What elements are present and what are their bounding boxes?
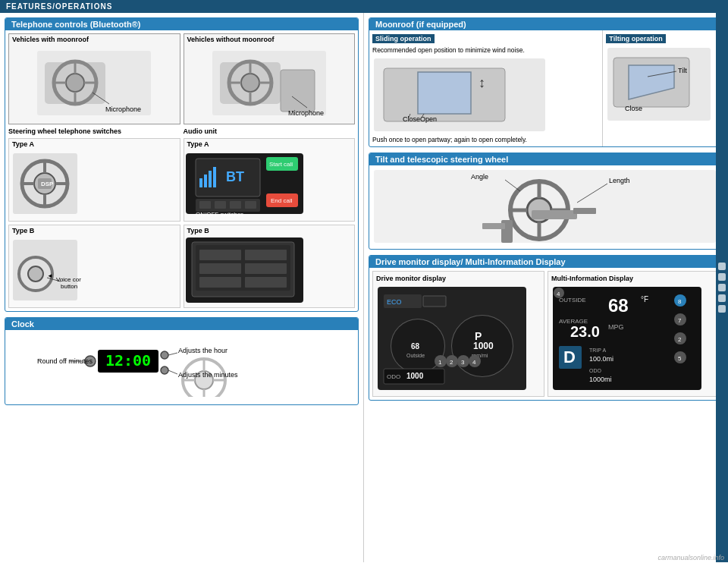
type-a-left-label: Type A [9, 139, 180, 149]
vehicle-without-moonroof-box: Vehicles without moonroof [184, 33, 356, 124]
vehicle-with-moonroof-label: Vehicles with moonroof [9, 34, 180, 45]
svg-rect-18 [281, 70, 315, 112]
right-sidebar [716, 13, 728, 562]
sidebar-dot-2 [718, 273, 726, 281]
vehicle-with-moonroof-img: Microphone [9, 45, 180, 121]
minimize-wind-label: Recommended open position to minimize wi… [372, 46, 599, 54]
svg-text:23.0: 23.0 [570, 323, 600, 340]
svg-text:Voice command: Voice command [56, 276, 81, 283]
svg-text:ODO: ODO [589, 368, 602, 373]
svg-line-76 [168, 353, 177, 355]
svg-text:2: 2 [450, 359, 453, 366]
page-header: FEATURES/OPERATIONS [0, 0, 728, 13]
tilting-svg: Tilt Close [606, 46, 712, 122]
drive-monitor-box: Drive monitor display ECO 68 Outside [372, 271, 544, 397]
svg-text:8: 8 [678, 298, 682, 305]
svg-text:68: 68 [608, 295, 629, 316]
type-a-right-svg: BT Start call End call [184, 149, 306, 218]
svg-text:TRIP A: TRIP A [589, 348, 606, 353]
drive-monitor-svg: ECO 68 Outside 1000 rpm/mi P [376, 285, 528, 392]
svg-rect-82 [418, 72, 471, 114]
svg-line-78 [168, 370, 177, 374]
type-b-left-box: Type B ◄ Voice command button [8, 225, 180, 308]
svg-rect-32 [199, 178, 202, 187]
svg-rect-102 [573, 208, 596, 214]
svg-point-72 [161, 351, 168, 359]
sliding-svg: ↕ Open Close [372, 57, 547, 133]
svg-text:Microphone: Microphone [105, 105, 141, 113]
svg-rect-43 [215, 201, 226, 209]
svg-text:Close: Close [625, 105, 642, 112]
vehicle-without-moonroof-img: Microphone [184, 45, 355, 121]
drive-title: Drive monitor display/ Multi-Information… [369, 256, 723, 268]
svg-text:Round off minutes: Round off minutes [37, 357, 93, 365]
svg-rect-44 [230, 201, 241, 209]
telephone-content: Vehicles with moonroof [5, 30, 358, 311]
svg-text:100.0mi: 100.0mi [589, 355, 613, 363]
svg-text:D: D [563, 348, 576, 366]
sidebar-dot-4 [718, 294, 726, 302]
vehicle-with-moonroof-box: Vehicles with moonroof [8, 33, 180, 124]
clock-content: 12:00 Round off minutes Adjusts the hour… [5, 330, 358, 404]
svg-rect-42 [199, 201, 211, 209]
svg-text:ECO: ECO [387, 298, 402, 306]
sidebar-dot-5 [718, 305, 726, 313]
tilting-op-label: Tilting operation [606, 34, 665, 43]
svg-text:End call: End call [271, 197, 293, 204]
svg-point-73 [161, 366, 168, 374]
svg-rect-101 [532, 210, 577, 219]
svg-rect-61 [199, 277, 241, 288]
svg-text:°F: °F [641, 295, 648, 304]
svg-text:Start call: Start call [269, 161, 293, 168]
svg-text:DSP: DSP [41, 181, 54, 187]
svg-text:ODO: ODO [387, 373, 400, 380]
vehicle-without-moonroof-label: Vehicles without moonroof [184, 34, 355, 45]
svg-point-3 [66, 74, 84, 92]
svg-rect-60 [245, 263, 287, 274]
svg-text:Adjusts the minutes: Adjusts the minutes [178, 371, 238, 379]
svg-text:68: 68 [411, 342, 420, 351]
drive-section: Drive monitor display/ Multi-Information… [369, 255, 723, 401]
telephone-section: Telephone controls (Bluetooth®) Vehicles… [5, 17, 359, 312]
svg-text:◄: ◄ [47, 272, 53, 279]
svg-text:12:00: 12:00 [105, 351, 151, 370]
svg-text:3: 3 [461, 359, 465, 366]
moonroof-car-svg: Microphone [33, 47, 155, 119]
svg-rect-33 [204, 175, 207, 187]
tilt-title: Tilt and telescopic steering wheel [369, 153, 723, 165]
steering-wheel-label: Steering wheel telephone switches [8, 127, 180, 135]
tilting-op-container: Tilting operation Tilt Close [603, 30, 723, 146]
watermark: carmanualsonline.info [657, 554, 724, 561]
svg-text:Close: Close [403, 115, 420, 123]
moonroof-title: Moonroof (if equipped) [369, 18, 723, 30]
svg-rect-59 [199, 263, 241, 274]
audio-unit-label: Audio unit [184, 127, 356, 135]
type-a-left-svg: DSP [9, 149, 81, 218]
svg-text:MPG: MPG [608, 323, 624, 331]
multi-info-label: Multi-Information Display [551, 275, 716, 282]
svg-text:P: P [475, 330, 482, 342]
moonroof-section: Moonroof (if equipped) Sliding operation… [369, 17, 723, 147]
svg-text:Tilt: Tilt [678, 67, 687, 74]
tilt-section: Tilt and telescopic steering wheel [369, 153, 723, 250]
svg-text:4: 4 [557, 291, 560, 297]
svg-text:Outside: Outside [406, 353, 425, 358]
type-a-right-box: Type A BT [184, 138, 356, 222]
svg-text:button: button [61, 283, 77, 290]
type-a-left-box: Type A DSP [8, 138, 180, 222]
telephone-title: Telephone controls (Bluetooth®) [5, 18, 358, 30]
svg-text:Angle: Angle [471, 173, 488, 181]
sidebar-dot-1 [718, 263, 726, 270]
svg-text:BT: BT [226, 169, 244, 184]
svg-rect-58 [245, 250, 287, 260]
svg-text:1000: 1000 [406, 372, 424, 380]
svg-rect-112 [423, 296, 446, 307]
clock-title: Clock [5, 318, 358, 330]
sliding-op-label: Sliding operation [372, 34, 435, 43]
svg-text:Length: Length [609, 177, 630, 184]
moonroof-content: Sliding operation Recommended open posit… [369, 30, 723, 146]
sidebar-dot-3 [718, 284, 726, 291]
svg-rect-108 [482, 223, 505, 229]
svg-text:5: 5 [678, 355, 682, 362]
svg-text:1: 1 [438, 359, 442, 366]
